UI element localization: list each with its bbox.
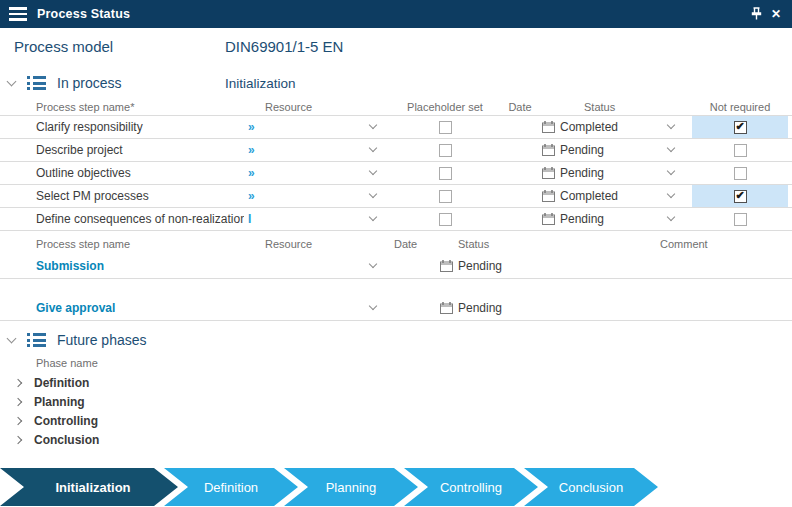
placeholder-checkbox[interactable] [439,213,452,226]
phase-chevron-initialization[interactable]: Initialization [0,468,178,506]
phase-chevron-definition[interactable]: Definition [164,468,298,506]
table-row: Define consequences of non-realization I… [0,208,792,231]
chevron-right-icon[interactable] [14,416,22,424]
section-header-future-phases: Future phases [0,329,792,351]
status-value: Pending [458,259,502,273]
pin-icon[interactable] [746,0,766,28]
close-icon[interactable]: ✕ [766,0,786,28]
calendar-icon [542,167,555,179]
placeholder-checkbox[interactable] [439,190,452,203]
chevron-down-icon[interactable] [369,301,377,309]
chevron-down-icon[interactable] [369,213,377,221]
milestone-link[interactable]: Give approval [36,301,115,315]
milestone-link[interactable]: Submission [36,259,104,273]
resource-select[interactable]: » [244,185,390,207]
status-cell[interactable]: Pending [438,295,608,320]
section-header-in-process: In process Initialization [0,72,792,94]
resource-select[interactable] [244,295,390,320]
tree-item-definition[interactable]: Definition [0,373,792,392]
placeholder-checkbox[interactable] [439,144,452,157]
col-header-comment: Comment [608,238,792,250]
resource-link[interactable]: » [248,120,255,134]
resource-select[interactable]: » [244,116,390,138]
list-icon [27,76,47,90]
phase-chevron-conclusion[interactable]: Conclusion [524,468,658,506]
status-value: Pending [458,301,502,315]
tree-item-conclusion[interactable]: Conclusion [0,430,792,449]
status-select[interactable]: Pending [540,208,688,230]
phase-chevron-label: Controlling [440,480,502,495]
not-required-checkbox[interactable] [734,144,747,157]
resource-select[interactable]: » [244,139,390,161]
step-name: Outline objectives [0,166,244,180]
phase-flow-bar: Initialization Definition Planning Contr… [0,468,792,506]
milestone-name: Submission [0,259,244,273]
status-cell[interactable]: Pending [438,253,608,278]
calendar-icon [440,260,453,272]
chevron-down-icon[interactable] [369,190,377,198]
milestones-table-header: Process step name Resource Date Status C… [0,235,792,253]
chevron-down-icon[interactable] [667,190,675,198]
phase-name: Conclusion [34,433,99,447]
not-required-checkbox[interactable] [734,213,747,226]
not-required-checkbox[interactable] [734,121,747,134]
chevron-down-icon[interactable] [369,259,377,267]
phase-chevron-controlling[interactable]: Controlling [404,468,538,506]
phase-chevron-label: Initialization [55,480,130,495]
step-name: Describe project [0,143,244,157]
col-header-resource: Resource [244,238,390,250]
chevron-right-icon[interactable] [14,397,22,405]
phase-chevron-planning[interactable]: Planning [284,468,418,506]
chevron-down-icon[interactable] [667,167,675,175]
status-select[interactable]: Completed [540,185,688,207]
phase-chevron-label: Planning [326,480,377,495]
chevron-down-icon[interactable] [667,144,675,152]
placeholder-checkbox[interactable] [439,121,452,134]
placeholder-cell [390,208,500,230]
process-status-window: Process Status ✕ Process model DIN69901/… [0,0,792,507]
col-header-placeholder: Placeholder set [390,101,500,113]
col-header-step-name: Process step name [0,238,244,250]
table-row: Submission Pending [0,253,792,279]
chevron-down-icon[interactable] [369,121,377,129]
tree-item-planning[interactable]: Planning [0,392,792,411]
step-name: Clarify responsibility [0,120,244,134]
chevron-down-icon[interactable] [369,144,377,152]
resource-link[interactable]: » [248,143,255,157]
status-value: Completed [560,120,618,134]
section-title: Future phases [57,332,147,348]
status-value: Completed [560,189,618,203]
not-required-checkbox[interactable] [734,190,747,203]
calendar-icon [542,144,555,156]
not-required-checkbox[interactable] [734,167,747,180]
process-model-row: Process model DIN69901/1-5 EN [14,38,792,58]
status-select[interactable]: Pending [540,139,688,161]
resource-select[interactable]: I [244,208,390,230]
placeholder-checkbox[interactable] [439,167,452,180]
col-header-status: Status [540,101,688,113]
resource-select[interactable]: » [244,162,390,184]
resource-link[interactable]: I [248,212,251,226]
hamburger-menu-icon[interactable] [9,7,27,21]
chevron-right-icon[interactable] [14,435,22,443]
collapse-chevron-icon[interactable] [7,334,17,344]
not-required-cell [692,162,788,184]
resource-select[interactable] [244,253,390,278]
resource-link[interactable]: » [248,189,255,203]
chevron-right-icon[interactable] [14,378,22,386]
chevron-down-icon[interactable] [667,213,675,221]
status-select[interactable]: Pending [540,162,688,184]
tree-item-controlling[interactable]: Controlling [0,411,792,430]
chevron-down-icon[interactable] [667,121,675,129]
collapse-chevron-icon[interactable] [7,77,17,87]
chevron-down-icon[interactable] [369,167,377,175]
col-header-date: Date [500,101,540,113]
table-row: Outline objectives » Pending [0,162,792,185]
resource-link[interactable]: » [248,166,255,180]
status-select[interactable]: Completed [540,116,688,138]
placeholder-cell [390,139,500,161]
not-required-cell [692,139,788,161]
col-header-status: Status [438,238,608,250]
not-required-cell [692,185,788,207]
calendar-icon [542,190,555,202]
